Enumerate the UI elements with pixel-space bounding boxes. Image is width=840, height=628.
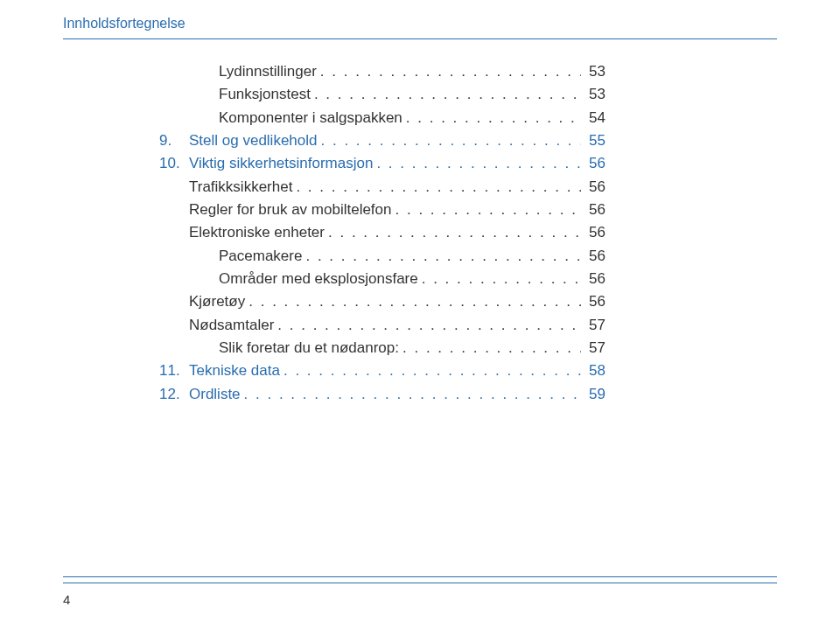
toc-row: Slik foretar du et nødanrop:. . . . . . …: [219, 337, 606, 359]
toc-leader-dots: . . . . . . . . . . . . . . . . . . . . …: [406, 107, 581, 129]
toc-label: Pacemakere: [219, 245, 302, 268]
toc-label: Regler for bruk av mobiltelefon: [189, 199, 392, 221]
toc-page-ref: 57: [584, 337, 606, 359]
toc-row: Nødsamtaler. . . . . . . . . . . . . . .…: [189, 314, 606, 337]
toc-row: Funksjonstest. . . . . . . . . . . . . .…: [219, 83, 606, 106]
toc-page-ref: 53: [584, 60, 606, 83]
toc-leader-dots: . . . . . . . . . . . . . . . . . . . . …: [422, 268, 581, 290]
toc-leader-dots: . . . . . . . . . . . . . . . . . . . . …: [277, 314, 581, 337]
toc-leader-dots: . . . . . . . . . . . . . . . . . . . . …: [305, 245, 581, 268]
footer-divider-thin: [63, 583, 777, 583]
toc-leader-dots: . . . . . . . . . . . . . . . . . . . . …: [320, 129, 581, 152]
toc-page-ref: 54: [584, 107, 606, 129]
toc-label: Kjøretøy: [189, 290, 245, 313]
toc-section-number: 9.: [159, 129, 189, 152]
toc-row: 9.Stell og vedlikehold. . . . . . . . . …: [159, 129, 606, 152]
toc-label: Slik foretar du et nødanrop:: [219, 337, 399, 359]
toc-leader-dots: . . . . . . . . . . . . . . . . . . . . …: [402, 337, 581, 359]
toc-page-ref: 57: [584, 314, 606, 337]
page-header-title: Innholdsfortegnelse: [63, 16, 777, 31]
toc-row: Elektroniske enheter. . . . . . . . . . …: [189, 221, 606, 244]
toc-row: Komponenter i salgspakken. . . . . . . .…: [219, 107, 606, 129]
toc-row: Områder med eksplosjonsfare. . . . . . .…: [219, 268, 606, 290]
toc-page-ref: 59: [584, 383, 606, 406]
toc-leader-dots: . . . . . . . . . . . . . . . . . . . . …: [314, 83, 581, 106]
toc-page-ref: 58: [584, 359, 606, 382]
toc-label: Områder med eksplosjonsfare: [219, 268, 418, 290]
toc-page-ref: 56: [584, 199, 606, 221]
toc-label: Nødsamtaler: [189, 314, 274, 337]
header-divider: [63, 38, 777, 39]
toc-leader-dots: . . . . . . . . . . . . . . . . . . . . …: [328, 221, 581, 244]
toc-page-ref: 56: [584, 176, 606, 199]
toc-page-ref: 56: [584, 268, 606, 290]
toc-row: Trafikksikkerhet. . . . . . . . . . . . …: [189, 176, 606, 199]
toc-label: Funksjonstest: [219, 83, 311, 106]
toc-page-ref: 56: [584, 245, 606, 268]
toc-row: Lydinnstillinger. . . . . . . . . . . . …: [219, 60, 606, 83]
toc-page-ref: 56: [584, 221, 606, 244]
toc-leader-dots: . . . . . . . . . . . . . . . . . . . . …: [376, 152, 581, 175]
toc-page-ref: 56: [584, 152, 606, 175]
toc-section-number: 11.: [159, 359, 189, 382]
toc-row: Pacemakere. . . . . . . . . . . . . . . …: [219, 245, 606, 268]
toc-label: Trafikksikkerhet: [189, 176, 292, 199]
toc-leader-dots: . . . . . . . . . . . . . . . . . . . . …: [244, 383, 581, 406]
toc-row: Regler for bruk av mobiltelefon. . . . .…: [189, 199, 606, 221]
table-of-contents: Lydinnstillinger. . . . . . . . . . . . …: [159, 60, 777, 406]
toc-row: 11.Tekniske data. . . . . . . . . . . . …: [159, 359, 606, 382]
toc-section-number: 10.: [159, 152, 189, 175]
toc-label: Komponenter i salgspakken: [219, 107, 402, 129]
page-footer: 4: [63, 576, 777, 607]
toc-page-ref: 53: [584, 83, 606, 106]
footer-divider-thick: [63, 576, 777, 577]
toc-label: Ordliste: [189, 383, 241, 406]
toc-row: Kjøretøy. . . . . . . . . . . . . . . . …: [189, 290, 606, 313]
toc-leader-dots: . . . . . . . . . . . . . . . . . . . . …: [320, 60, 581, 83]
toc-label: Tekniske data: [189, 359, 280, 382]
page-number: 4: [63, 592, 777, 607]
toc-leader-dots: . . . . . . . . . . . . . . . . . . . . …: [296, 176, 581, 199]
toc-row: 10.Viktig sikkerhetsinformasjon. . . . .…: [159, 152, 606, 175]
toc-label: Lydinnstillinger: [219, 60, 317, 83]
toc-page-ref: 56: [584, 290, 606, 313]
toc-leader-dots: . . . . . . . . . . . . . . . . . . . . …: [396, 199, 581, 221]
toc-label: Stell og vedlikehold: [189, 129, 317, 152]
toc-label: Viktig sikkerhetsinformasjon: [189, 152, 373, 175]
toc-row: 12.Ordliste. . . . . . . . . . . . . . .…: [159, 383, 606, 406]
toc-section-number: 12.: [159, 383, 189, 406]
toc-leader-dots: . . . . . . . . . . . . . . . . . . . . …: [284, 359, 581, 382]
toc-leader-dots: . . . . . . . . . . . . . . . . . . . . …: [248, 290, 581, 313]
toc-label: Elektroniske enheter: [189, 221, 325, 244]
toc-page-ref: 55: [584, 129, 606, 152]
